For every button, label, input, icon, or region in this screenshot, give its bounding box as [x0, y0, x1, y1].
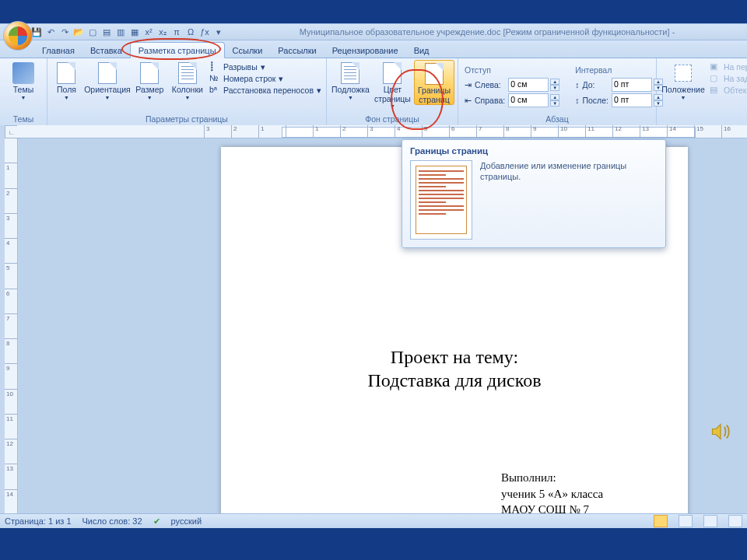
ribbon: Темы ▼ Темы Поля▼ Ориентация▼ Размер▼ [0, 58, 747, 126]
page-borders-button[interactable]: Границы страниц [414, 60, 454, 105]
size-label: Размер [135, 86, 163, 95]
breaks-button[interactable]: ┋Разрывы ▾ [209, 61, 321, 72]
indent-controls: Отступ ⇥Слева:0 см▲▼ ⇤Справа:0 см▲▼ [461, 60, 564, 108]
orientation-button[interactable]: Ориентация▼ [84, 60, 131, 100]
position-button[interactable]: Положение▼ [660, 60, 707, 100]
spacing-controls: Интервал ↕До:0 пт▲▼ ↕После:0 пт▲▼ [572, 60, 668, 108]
status-language[interactable]: русский [171, 516, 202, 526]
spacing-header: Интервал [575, 65, 665, 75]
indent-right-value[interactable]: 0 см [508, 93, 549, 107]
tab-insert[interactable]: Вставка [82, 43, 130, 58]
undo-icon[interactable]: ↶ [45, 26, 56, 37]
send-back-icon: ▢ [710, 73, 721, 84]
bring-front-icon: ▣ [710, 61, 721, 72]
page-color-label: Цвет страницы [374, 86, 411, 103]
bring-front-button[interactable]: ▣На передн [710, 61, 747, 72]
group-themes-label: Темы [3, 114, 44, 125]
hyphenation-icon: bª [209, 85, 220, 96]
page-color-icon [381, 62, 403, 84]
print-icon[interactable]: ▤ [101, 26, 112, 37]
redo-icon[interactable]: ↷ [59, 26, 70, 37]
text-wrap-button[interactable]: ▤Обтекани [710, 85, 747, 96]
position-label: Положение [661, 86, 705, 95]
spacing-before-icon: ↕ [575, 80, 579, 89]
group-arrange: Положение▼ ▣На передн ▢На задний ▤Обтека… [657, 58, 747, 125]
spacing-after-icon: ↕ [575, 96, 579, 105]
group-page-setup: Поля▼ Ориентация▼ Размер▼ Колонки▼ ┋Разр… [47, 58, 327, 125]
orientation-label: Ориентация [84, 86, 131, 95]
subscript-icon[interactable]: x₂ [157, 26, 168, 37]
spacing-after-value[interactable]: 0 пт [612, 93, 652, 107]
indent-right-spinner[interactable]: ▲▼ [550, 94, 559, 107]
screentip-thumbnail [410, 160, 472, 240]
status-words[interactable]: Число слов: 32 [82, 516, 142, 526]
symbol-icon[interactable]: Ω [185, 26, 196, 37]
doc-title: Проект на тему: Подставка для дисков [221, 345, 688, 392]
ruler-horizontal[interactable]: 32112345678910111213141516 [17, 125, 747, 138]
watermark-button[interactable]: Подложка▼ [330, 60, 371, 100]
tab-mailings[interactable]: Рассылки [270, 43, 324, 58]
view-outline[interactable] [728, 515, 742, 527]
spacing-before-value[interactable]: 0 пт [612, 78, 652, 92]
group-page-bg-label: Фон страницы [330, 114, 454, 125]
indent-left-spinner[interactable]: ▲▼ [550, 79, 559, 91]
view-print-layout[interactable] [654, 515, 668, 527]
columns-label: Колонки [172, 86, 203, 95]
tab-review[interactable]: Рецензирование [324, 43, 406, 58]
screentip-title: Границы страниц [410, 146, 658, 156]
qat-dropdown-icon[interactable]: ▾ [213, 26, 224, 37]
text-wrap-icon: ▤ [710, 85, 721, 96]
word-window: 💾 ↶ ↷ 📂 ▢ ▤ ▥ ▦ x² x₂ π Ω ƒx ▾ Муниципал… [0, 23, 747, 528]
indent-right-icon: ⇤ [465, 96, 472, 105]
indent-left-value[interactable]: 0 см [508, 78, 549, 92]
status-proofing-icon[interactable]: ✔ [153, 516, 160, 527]
screentip-page-borders: Границы страниц Добавление или изменение… [402, 139, 666, 248]
tab-page-layout[interactable]: Разметка страницы [130, 42, 225, 58]
office-button[interactable] [3, 21, 33, 51]
open-icon[interactable]: 📂 [73, 26, 84, 37]
superscript-icon[interactable]: x² [143, 26, 154, 37]
ruler-vertical[interactable]: 1234567891011121314 [5, 138, 18, 514]
tab-references[interactable]: Ссылки [225, 43, 271, 58]
arrange-small: ▣На передн ▢На задний ▤Обтекани [708, 60, 747, 96]
group-paragraph-label: Абзац [461, 114, 653, 125]
equation-icon[interactable]: ƒx [199, 26, 210, 37]
spacing-before-label: До: [582, 80, 608, 89]
title-bar-text: Муниципальное образовательное учреждение… [227, 27, 747, 37]
screentip-text: Добавление или изменение границы страниц… [480, 160, 658, 183]
ribbon-tabs: Главная Вставка Разметка страницы Ссылки… [0, 40, 747, 58]
group-page-background: Подложка▼ Цвет страницы▼ Границы страниц… [327, 58, 458, 125]
line-numbers-button[interactable]: №Номера строк ▾ [209, 73, 321, 84]
doc-author: Выполнил: ученик 5 «А» класса МАОУ СОШ №… [501, 470, 688, 514]
indent-left-icon: ⇥ [465, 80, 472, 89]
tab-view[interactable]: Вид [406, 43, 437, 58]
tab-home[interactable]: Главная [34, 43, 82, 58]
pi-icon[interactable]: π [171, 26, 182, 37]
margins-label: Поля [57, 86, 76, 95]
preview-icon[interactable]: ▥ [115, 26, 126, 37]
table-icon[interactable]: ▦ [129, 26, 140, 37]
page-setup-small: ┋Разрывы ▾ №Номера строк ▾ bªРасстановка… [208, 60, 323, 96]
hyphenation-button[interactable]: bªРасстановка переносов ▾ [209, 85, 321, 96]
indent-left-label: Слева: [475, 80, 505, 89]
quick-access-toolbar: 💾 ↶ ↷ 📂 ▢ ▤ ▥ ▦ x² x₂ π Ω ƒx ▾ Муниципал… [0, 24, 747, 40]
group-page-setup-label: Параметры страницы [51, 114, 323, 125]
columns-button[interactable]: Колонки▼ [169, 60, 206, 100]
watermark-label: Подложка [331, 86, 370, 95]
themes-icon [12, 62, 34, 84]
breaks-icon: ┋ [209, 61, 220, 72]
new-icon[interactable]: ▢ [87, 26, 98, 37]
send-back-button[interactable]: ▢На задний [710, 73, 747, 84]
group-themes: Темы ▼ Темы [0, 58, 47, 125]
group-paragraph: Отступ ⇥Слева:0 см▲▼ ⇤Справа:0 см▲▼ Инте… [458, 58, 657, 125]
page-color-button[interactable]: Цвет страницы▼ [373, 60, 412, 110]
view-web-layout[interactable] [703, 515, 717, 527]
themes-button[interactable]: Темы ▼ [3, 60, 44, 100]
size-button[interactable]: Размер▼ [132, 60, 167, 100]
margins-button[interactable]: Поля▼ [51, 60, 82, 100]
speaker-icon [710, 421, 731, 443]
status-page[interactable]: Страница: 1 из 1 [5, 516, 72, 526]
save-icon[interactable]: 💾 [31, 26, 42, 37]
view-full-screen[interactable] [679, 515, 693, 527]
line-numbers-icon: № [209, 73, 220, 84]
